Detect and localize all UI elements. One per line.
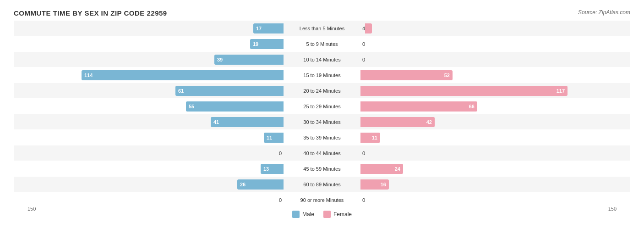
legend-female-label: Female xyxy=(333,211,352,218)
bar-male: 39 xyxy=(214,55,284,65)
chart-row: 1135 to 39 Minutes11 xyxy=(14,130,630,145)
legend-male-box xyxy=(292,211,300,218)
male-value: 55 xyxy=(189,104,194,109)
row-label: 90 or more Minutes xyxy=(285,197,359,203)
bar-male: 55 xyxy=(186,101,284,112)
left-section: 13 xyxy=(14,161,285,176)
row-label: 15 to 19 Minutes xyxy=(285,73,359,78)
right-section: 16 xyxy=(359,177,630,192)
left-section: 11 xyxy=(14,130,285,145)
legend-male: Male xyxy=(292,211,314,218)
row-label: 25 to 29 Minutes xyxy=(285,104,359,109)
right-section: 66 xyxy=(359,99,630,114)
female-value: 52 xyxy=(444,73,450,78)
legend-male-label: Male xyxy=(302,211,314,218)
bar-male: 13 xyxy=(261,164,284,174)
chart-area: 17Less than 5 Minutes4195 to 9 Minutes03… xyxy=(14,21,630,204)
left-section: 19 xyxy=(14,36,285,51)
right-section: 42 xyxy=(359,114,630,129)
left-section: 61 xyxy=(14,83,285,98)
female-value: 117 xyxy=(557,88,565,94)
bar-male: 17 xyxy=(253,23,284,33)
bar-male: 114 xyxy=(82,70,284,80)
right-section: 0 xyxy=(359,192,630,207)
male-value: 17 xyxy=(256,26,262,31)
axis-labels: 150 Male Female 150 xyxy=(14,206,630,218)
bar-male: 61 xyxy=(175,86,284,96)
bar-male: 11 xyxy=(264,133,284,143)
bar-female xyxy=(365,23,372,33)
chart-row: 6120 to 24 Minutes117 xyxy=(14,83,630,98)
chart-row: 090 or more Minutes0 xyxy=(14,192,630,207)
male-value: 0 xyxy=(279,151,282,156)
axis-left: 150 xyxy=(27,206,36,218)
source-label: Source: ZipAtlas.com xyxy=(578,9,630,16)
row-label: 5 to 9 Minutes xyxy=(285,41,359,47)
right-section: 4 xyxy=(359,21,630,36)
row-label: 45 to 59 Minutes xyxy=(285,166,359,172)
male-value: 41 xyxy=(213,119,219,125)
male-value: 39 xyxy=(217,57,223,62)
right-section: 52 xyxy=(359,67,630,83)
bar-female: 24 xyxy=(360,164,403,174)
right-section: 0 xyxy=(359,145,630,161)
right-section: 11 xyxy=(359,130,630,145)
bar-female: 52 xyxy=(360,70,453,80)
row-label: 60 to 89 Minutes xyxy=(285,182,359,187)
chart-row: 195 to 9 Minutes0 xyxy=(14,36,630,51)
male-value: 26 xyxy=(240,182,246,187)
left-section: 114 xyxy=(14,67,285,83)
row-label: 10 to 14 Minutes xyxy=(285,57,359,62)
right-section: 0 xyxy=(359,52,630,67)
female-value: 0 xyxy=(362,151,365,156)
chart-row: 17Less than 5 Minutes4 xyxy=(14,21,630,36)
bar-female: 11 xyxy=(360,133,380,143)
bar-female: 16 xyxy=(360,179,389,190)
female-value: 0 xyxy=(362,41,365,47)
row-label: 30 to 34 Minutes xyxy=(285,119,359,125)
right-section: 117 xyxy=(359,83,630,98)
left-section: 0 xyxy=(14,145,285,161)
left-section: 0 xyxy=(14,192,285,207)
female-value: 0 xyxy=(362,57,365,62)
chart-title: COMMUTE TIME BY SEX IN ZIP CODE 22959 xyxy=(14,9,630,17)
row-label: 40 to 44 Minutes xyxy=(285,151,359,156)
female-value: 16 xyxy=(381,182,386,187)
male-value: 13 xyxy=(263,166,269,172)
chart-row: 3910 to 14 Minutes0 xyxy=(14,52,630,67)
male-value: 61 xyxy=(178,88,184,94)
female-value: 66 xyxy=(469,104,475,109)
legend: Male Female xyxy=(292,211,352,218)
male-value: 19 xyxy=(253,41,258,47)
chart-row: 1345 to 59 Minutes24 xyxy=(14,161,630,176)
right-section: 0 xyxy=(359,36,630,51)
male-value: 114 xyxy=(84,73,93,78)
axis-right: 150 xyxy=(608,206,617,218)
chart-row: 5525 to 29 Minutes66 xyxy=(14,99,630,114)
legend-female: Female xyxy=(323,211,352,218)
bar-male: 26 xyxy=(237,179,284,190)
left-section: 39 xyxy=(14,52,285,67)
left-section: 26 xyxy=(14,177,285,192)
bar-female: 66 xyxy=(360,101,477,112)
bar-male: 19 xyxy=(250,39,284,49)
bar-female: 42 xyxy=(360,117,435,127)
male-value: 11 xyxy=(267,135,272,140)
row-label: 20 to 24 Minutes xyxy=(285,88,359,94)
bar-female: 117 xyxy=(360,86,568,96)
male-value: 0 xyxy=(279,197,282,203)
bar-male: 41 xyxy=(211,117,284,127)
legend-female-box xyxy=(323,211,331,218)
chart-row: 4130 to 34 Minutes42 xyxy=(14,114,630,129)
female-value: 42 xyxy=(426,119,432,125)
chart-row: 11415 to 19 Minutes52 xyxy=(14,67,630,83)
chart-row: 2660 to 89 Minutes16 xyxy=(14,177,630,192)
left-section: 17 xyxy=(14,21,285,36)
left-section: 41 xyxy=(14,114,285,129)
left-section: 55 xyxy=(14,99,285,114)
chart-container: COMMUTE TIME BY SEX IN ZIP CODE 22959 So… xyxy=(0,0,644,240)
female-value: 24 xyxy=(395,166,400,172)
right-section: 24 xyxy=(359,161,630,176)
female-value: 11 xyxy=(372,135,377,140)
row-label: 35 to 39 Minutes xyxy=(285,135,359,140)
